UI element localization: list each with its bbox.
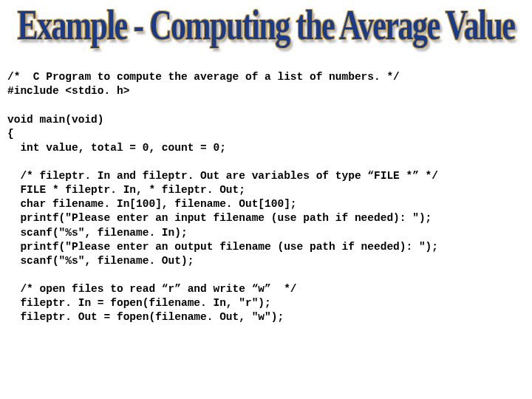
code-line: /* open files to read “r” and write “w” … (7, 283, 297, 295)
code-line: #include <stdio. h> (7, 85, 129, 97)
code-line: char filename. In[100], filename. Out[10… (7, 198, 297, 210)
slide-heading-wrap: Example - Computing the Average Value (0, 7, 532, 43)
code-line: scanf("%s", filename. Out); (7, 255, 194, 267)
code-line: scanf("%s", filename. In); (7, 227, 188, 239)
code-line: int value, total = 0, count = 0; (7, 142, 226, 154)
code-line: fileptr. Out = fopen(filename. Out, "w")… (7, 311, 284, 323)
code-line: printf("Please enter an input filename (… (7, 212, 432, 224)
code-line: /* fileptr. In and fileptr. Out are vari… (7, 170, 438, 182)
code-line: fileptr. In = fopen(filename. In, "r"); (7, 297, 271, 309)
code-line: void main(void) (7, 114, 104, 126)
slide-heading: Example - Computing the Average Value (18, 1, 515, 50)
code-line: FILE * fileptr. In, * fileptr. Out; (7, 184, 245, 196)
code-line: { (7, 128, 14, 140)
code-line: printf("Please enter an output filename … (7, 241, 438, 253)
code-line: /* C Program to compute the average of a… (7, 71, 400, 83)
code-block: /* C Program to compute the average of a… (0, 56, 532, 324)
